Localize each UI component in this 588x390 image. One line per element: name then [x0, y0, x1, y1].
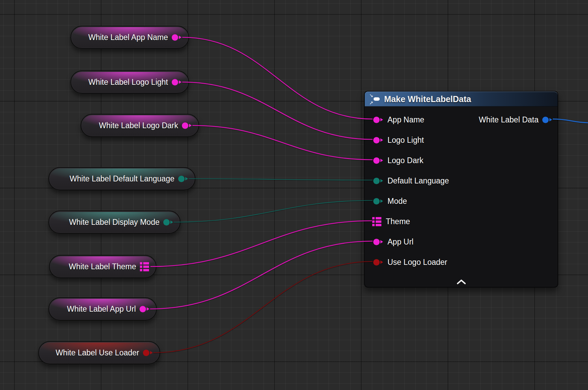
string-input-pin-icon[interactable]	[373, 239, 383, 245]
pin-label: White Label Data	[479, 115, 539, 124]
variable-node-label: White Label Display Mode	[69, 218, 160, 227]
node-header[interactable]: ↘↗ Make WhiteLabelData	[365, 92, 558, 106]
enum-output-pin-icon[interactable]	[163, 219, 173, 226]
enum-output-pin-icon[interactable]	[178, 176, 188, 182]
string-input-pin-icon[interactable]	[373, 137, 383, 143]
variable-node-white-label-app-url[interactable]: White Label App Url	[48, 297, 157, 320]
string-output-pin-icon[interactable]	[140, 306, 149, 312]
struct-input-pin-icon[interactable]	[372, 217, 381, 226]
pin-label: Mode	[387, 197, 407, 206]
string-input-pin-icon[interactable]	[373, 157, 383, 164]
variable-node-label: White Label Use Loader	[56, 348, 139, 357]
input-row-app-url: App Url	[365, 232, 558, 252]
variable-node-white-label-logo-light[interactable]: White Label Logo Light	[70, 71, 189, 94]
enum-input-pin-icon[interactable]	[373, 178, 383, 184]
pin-label: Theme	[386, 217, 410, 226]
input-row-default-language: Default Language	[365, 171, 558, 191]
pin-label: App Url	[387, 237, 414, 247]
blueprint-graph-canvas[interactable]: White Label App Name White Label Logo Li…	[0, 0, 588, 390]
bool-input-pin-icon[interactable]	[373, 259, 383, 266]
variable-node-label: White Label Theme	[69, 262, 136, 271]
variable-node-label: White Label Logo Light	[88, 78, 168, 87]
wire-mode[interactable]	[174, 200, 373, 222]
collapse-chevron-icon[interactable]	[457, 279, 466, 285]
variable-node-white-label-logo-dark[interactable]: White Label Logo Dark	[81, 114, 199, 137]
wire-use-logo-loader[interactable]	[153, 261, 373, 353]
string-output-pin-icon[interactable]	[182, 122, 192, 129]
bool-output-pin-icon[interactable]	[143, 350, 153, 356]
object-output-pin-icon[interactable]	[542, 117, 552, 123]
input-row-logo-dark: Logo Dark	[365, 150, 558, 171]
wire-theme[interactable]	[150, 221, 372, 267]
input-row-theme: Theme	[365, 211, 558, 232]
pin-label: Use Logo Loader	[387, 258, 447, 267]
variable-node-white-label-display-mode[interactable]: White Label Display Mode	[48, 211, 181, 234]
variable-node-label: White Label Logo Dark	[99, 121, 178, 130]
variable-node-white-label-default-language[interactable]: White Label Default Language	[48, 167, 195, 190]
input-row-logo-light: Logo Light	[365, 130, 558, 150]
pin-label: Default Language	[387, 176, 449, 186]
input-row-mode: Mode	[365, 191, 558, 211]
wire-app-name[interactable]	[182, 37, 373, 119]
input-pin-list: App Name Logo Light Logo Dark Default La…	[365, 106, 558, 272]
variable-node-label: White Label Default Language	[70, 174, 174, 183]
variable-node-label: White Label App Url	[67, 305, 136, 314]
wire-logo-dark[interactable]	[192, 125, 373, 160]
wire-default-language[interactable]	[189, 179, 373, 180]
wire-logo-light[interactable]	[182, 82, 373, 139]
node-title: Make WhiteLabelData	[384, 94, 471, 104]
string-input-pin-icon[interactable]	[373, 117, 383, 123]
make-whitelabeldata-node[interactable]: ↘↗ Make WhiteLabelData App Name Logo Lig…	[364, 91, 558, 288]
variable-node-white-label-theme[interactable]: White Label Theme	[49, 255, 156, 278]
variable-node-white-label-app-name[interactable]: White Label App Name	[70, 26, 189, 49]
string-output-pin-icon[interactable]	[172, 34, 182, 41]
string-output-pin-icon[interactable]	[172, 79, 182, 85]
input-row-use-logo-loader: Use Logo Loader	[365, 252, 558, 272]
pin-label: App Name	[387, 115, 424, 124]
variable-node-white-label-use-loader[interactable]: White Label Use Loader	[38, 341, 160, 364]
enum-input-pin-icon[interactable]	[373, 198, 383, 204]
wire-app-url[interactable]	[150, 241, 373, 309]
pin-label: Logo Light	[387, 136, 424, 145]
pin-label: Logo Dark	[387, 156, 423, 165]
output-row-white-label-data: White Label Data	[479, 110, 552, 130]
variable-node-label: White Label App Name	[88, 33, 168, 42]
make-struct-icon: ↘↗	[369, 94, 380, 104]
struct-output-pin-icon[interactable]	[140, 262, 149, 271]
